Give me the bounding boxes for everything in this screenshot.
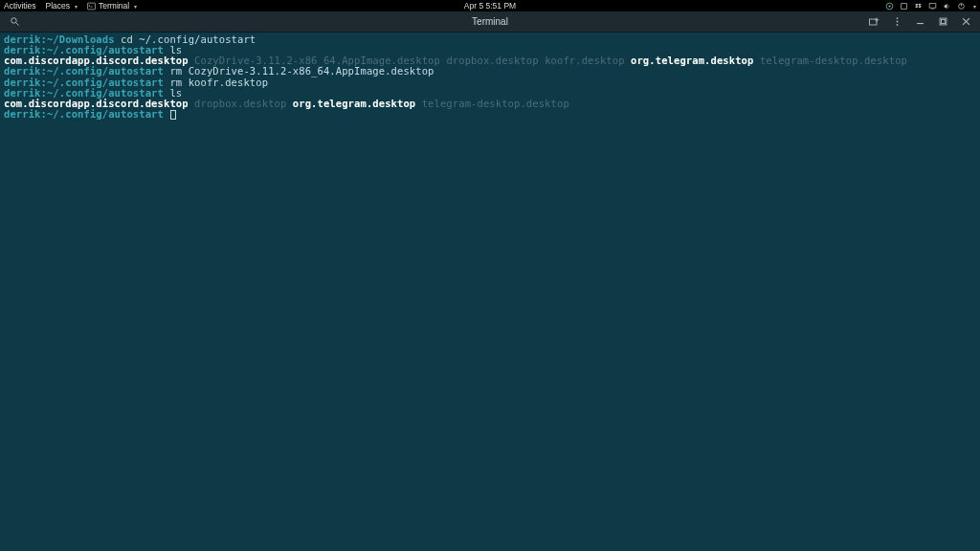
clock[interactable]: Apr 5 5:51 PM — [464, 1, 516, 11]
svg-rect-0 — [88, 3, 96, 10]
activities-menu[interactable]: Activities — [4, 1, 36, 11]
svg-point-15 — [896, 24, 898, 26]
new-tab-icon — [868, 16, 880, 28]
top-bar-left: Activities Places▾ Terminal▾ — [4, 1, 137, 11]
svg-line-9 — [15, 23, 18, 26]
window-title-text: Terminal — [472, 16, 508, 27]
maximize-button[interactable] — [936, 15, 949, 29]
chevron-down-icon: ▾ — [134, 3, 137, 10]
app-menu-label: Terminal — [99, 1, 129, 11]
chevron-down-icon[interactable]: ▾ — [973, 3, 976, 10]
svg-point-8 — [11, 18, 16, 24]
terminal-line: derrik:~/.config/autostart — [4, 109, 976, 120]
file-entry: koofr.desktop — [545, 55, 624, 66]
power-icon[interactable] — [957, 2, 966, 11]
new-tab-button[interactable] — [867, 15, 880, 29]
top-bar-right: ▾ — [885, 2, 976, 11]
activities-label: Activities — [4, 1, 36, 11]
places-menu[interactable]: Places▾ — [46, 1, 78, 11]
prompt-user: derrik: — [4, 108, 47, 120]
cursor — [170, 110, 176, 120]
menu-button[interactable] — [890, 15, 903, 29]
close-button[interactable] — [959, 15, 972, 29]
svg-point-13 — [896, 17, 898, 19]
dropbox-icon[interactable] — [914, 2, 923, 11]
display-icon[interactable] — [928, 2, 937, 11]
svg-point-14 — [896, 21, 898, 23]
minimize-icon — [915, 16, 925, 27]
maximize-icon — [938, 16, 948, 27]
minimize-button[interactable] — [913, 15, 926, 29]
terminal-icon — [87, 2, 96, 11]
svg-point-2 — [888, 5, 890, 7]
file-entry: org.telegram.desktop — [293, 98, 415, 109]
volume-icon[interactable] — [943, 2, 951, 11]
search-icon — [10, 16, 20, 27]
header-right — [867, 15, 972, 29]
svg-rect-18 — [941, 19, 945, 23]
header-left — [8, 15, 21, 29]
file-entry: dropbox.desktop — [194, 98, 286, 109]
gnome-top-bar: Activities Places▾ Terminal▾ Apr 5 5:51 … — [0, 0, 980, 11]
menu-icon — [892, 16, 902, 27]
file-entry: org.telegram.desktop — [631, 55, 753, 66]
svg-rect-4 — [929, 3, 936, 8]
notifications-icon[interactable] — [900, 2, 908, 11]
file-entry: telegram-desktop.desktop — [760, 55, 907, 66]
close-icon — [961, 16, 971, 27]
update-icon[interactable] — [885, 2, 894, 11]
file-entry: dropbox.desktop — [446, 55, 538, 66]
terminal-viewport[interactable]: derrik:~/Downloads cd ~/.config/autostar… — [0, 33, 980, 551]
file-entry: telegram-desktop.desktop — [422, 98, 569, 109]
command: rm koofr.desktop — [169, 77, 268, 88]
search-button[interactable] — [8, 15, 21, 29]
prompt-path: ~/.config/autostart — [47, 108, 164, 120]
terminal-header-bar: Terminal — [0, 11, 980, 33]
svg-rect-3 — [902, 3, 907, 9]
window-title: Terminal — [472, 16, 508, 27]
clock-text: Apr 5 5:51 PM — [464, 1, 516, 11]
app-menu[interactable]: Terminal▾ — [87, 1, 137, 11]
places-label: Places — [46, 1, 71, 11]
chevron-down-icon: ▾ — [75, 3, 78, 10]
